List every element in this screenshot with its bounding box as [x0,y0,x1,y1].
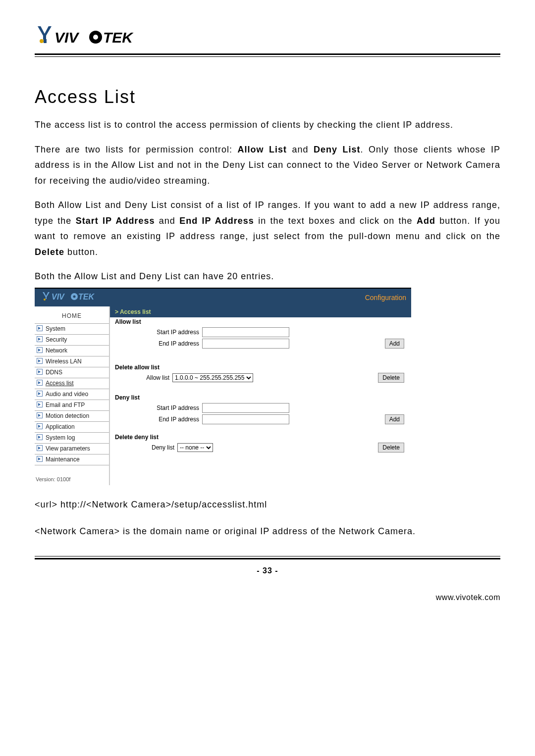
nav-item-wireless-lan[interactable]: Wireless LAN [35,356,109,367]
start-ip-term: Start IP Address [76,216,155,226]
deny-end-ip-input[interactable] [202,414,289,424]
config-screenshot: VIV TEK Configuration HOME SystemSecurit… [35,288,411,485]
screenshot-topbar: VIV TEK Configuration [35,289,411,306]
deny-add-button[interactable]: Add [385,414,404,424]
allow-end-ip-input[interactable] [202,339,289,349]
page-title: Access List [35,87,500,107]
configuration-label: Configuration [365,294,406,302]
svg-point-0 [40,39,44,43]
allow-start-ip-label: Start IP address [115,329,202,336]
page-number: - 33 - [35,566,500,575]
nav-item-label: DDNS [46,369,62,376]
breadcrumb: > Access list [110,306,411,317]
nav-item-application[interactable]: Application [35,422,109,433]
allow-list-select[interactable]: 1.0.0.0 ~ 255.255.255.255 [172,373,253,382]
nav-item-label: Wireless LAN [46,358,82,365]
nav-item-ddns[interactable]: DDNS [35,367,109,378]
allow-add-button[interactable]: Add [385,339,404,349]
svg-point-9 [73,296,76,298]
svg-point-4 [93,35,98,40]
intro-paragraph-1: The access list is to control the access… [35,117,500,133]
p2-pre: There are two lists for permission contr… [35,145,237,154]
nav-item-email-and-ftp[interactable]: Email and FTP [35,400,109,411]
arrow-right-icon [37,391,43,398]
deny-start-ip-label: Start IP address [115,404,202,411]
nav-item-label: View parameters [46,445,90,452]
allow-list-select-label: Allow list [115,374,172,381]
arrow-right-icon [37,434,43,442]
p3-post: button. [64,247,98,257]
deny-list-term: Deny List [314,145,361,154]
footer-site: www.vivotek.com [35,593,500,602]
nav-item-label: Network [46,347,67,354]
arrow-right-icon [37,456,43,463]
allow-delete-button[interactable]: Delete [378,373,404,383]
nav-item-label: Security [46,336,67,343]
nav-sidebar: HOME SystemSecurityNetworkWireless LANDD… [35,306,109,485]
brand-logo-area: VIV TEK [35,25,500,50]
arrow-right-icon [37,402,43,409]
arrow-right-icon [37,369,43,376]
config-panel: > Access list Allow list Start IP addres… [109,306,411,485]
nav-home[interactable]: HOME [35,308,109,323]
arrow-right-icon [37,412,43,420]
deny-end-ip-label: End IP address [115,416,202,423]
nav-item-label: Access list [46,380,74,387]
arrow-right-icon [37,336,43,344]
p2-mid: and [287,145,314,154]
arrow-right-icon [37,423,43,431]
allow-list-term: Allow List [237,145,286,154]
arrow-right-icon [37,380,43,387]
nav-item-security[interactable]: Security [35,335,109,346]
intro-paragraph-2: There are two lists for permission contr… [35,142,500,189]
deny-start-ip-input[interactable] [202,403,289,413]
firmware-version: Version: 0100f [35,476,109,482]
p3-mid2: in the text boxes and click on the [254,216,417,226]
deny-list-heading: Deny list [115,394,406,401]
nav-item-label: Application [46,423,75,430]
arrow-right-icon [37,358,43,365]
nav-item-label: System log [46,434,75,441]
url-line-1: <url> http://<Network Camera>/setup/acce… [35,497,500,512]
url-line-2: <Network Camera> is the domain name or o… [35,524,500,539]
header-rule [35,53,500,57]
svg-rect-1 [44,39,47,43]
nav-item-motion-detection[interactable]: Motion detection [35,411,109,422]
nav-item-label: Motion detection [46,412,89,419]
allow-start-ip-input[interactable] [202,327,289,337]
deny-delete-button[interactable]: Delete [378,443,404,453]
arrow-right-icon [37,325,43,333]
footer-rule [35,556,500,559]
arrow-right-icon [37,347,43,354]
nav-item-audio-and-video[interactable]: Audio and video [35,389,109,400]
nav-item-label: Maintenance [46,456,80,463]
nav-item-maintenance[interactable]: Maintenance [35,454,109,465]
nav-item-access-list[interactable]: Access list [35,378,109,389]
intro-paragraph-4: Both the Allow List and Deny List can ha… [35,269,500,285]
nav-item-network[interactable]: Network [35,346,109,356]
nav-item-label: System [46,325,65,332]
nav-item-label: Audio and video [46,391,88,398]
allow-end-ip-label: End IP address [115,340,202,347]
end-ip-term: End IP Address [179,216,254,226]
nav-item-label: Email and FTP [46,402,85,408]
vivotek-logo: VIV TEK [35,25,500,50]
svg-point-6 [44,299,46,301]
svg-text:VIV: VIV [54,29,80,46]
deny-list-select-label: Deny list [115,444,177,451]
deny-list-select[interactable]: -- none -- [177,443,213,452]
arrow-right-icon [37,445,43,453]
delete-term: Delete [35,247,64,257]
allow-list-heading: Allow list [115,318,406,325]
svg-text:TEK: TEK [78,293,95,301]
delete-allow-heading: Delete allow list [115,364,406,371]
svg-text:VIV: VIV [52,293,65,301]
nav-item-system[interactable]: System [35,324,109,335]
p3-mid: and [155,216,179,226]
nav-list: SystemSecurityNetworkWireless LANDDNSAcc… [35,323,109,465]
add-term: Add [417,216,435,226]
svg-text:TEK: TEK [103,29,134,46]
nav-item-system-log[interactable]: System log [35,433,109,444]
intro-paragraph-3: Both Allow List and Deny List consist of… [35,198,500,260]
nav-item-view-parameters[interactable]: View parameters [35,444,109,454]
